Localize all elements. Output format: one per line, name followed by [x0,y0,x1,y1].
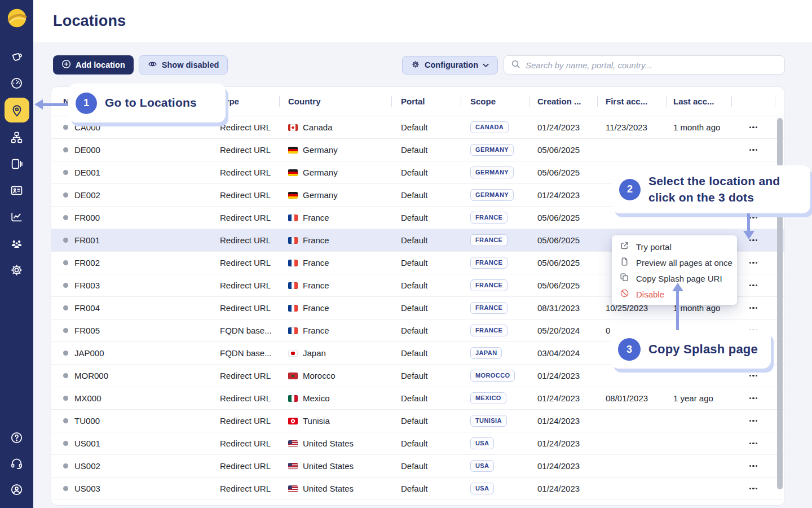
account-icon[interactable] [5,478,29,501]
location-pin-icon[interactable] [5,98,29,122]
portal-name: Default [391,274,461,296]
portal-name: Default [391,478,461,500]
last-access [666,500,731,506]
gauge-icon[interactable] [5,71,29,95]
table-row[interactable]: US003 Redirect URL United States Default… [51,478,784,500]
creation-date: 05/06/2025 [529,274,597,296]
country-name: France [303,258,329,268]
row-actions-button[interactable] [747,462,760,470]
column-header-scope: Scope [461,87,529,116]
row-actions-button[interactable] [747,259,760,267]
eye-icon [148,59,157,71]
status-dot [63,283,68,288]
table-row[interactable]: US002 Redirect URL United States Default… [51,455,784,478]
table-row[interactable]: DE000 Redirect URL Germany Default GERMA… [51,139,784,161]
scope-badge: CANADA [470,121,509,133]
search-input[interactable] [526,60,778,70]
first-access-date [597,500,666,506]
scope-badge: MEXICO [470,392,506,404]
settings-gear-icon[interactable] [5,258,29,282]
scope-badge: FRANCE [470,234,508,246]
row-actions-button[interactable] [747,304,760,312]
mug-icon[interactable] [5,45,29,68]
config-gear-icon [411,60,420,71]
row-actions-button[interactable] [747,146,760,154]
scope-badge: JAPAN [470,347,502,359]
location-type: Redirect URL [211,478,279,500]
callout-text: Go to Locations [105,95,197,111]
location-type: Redirect URL [211,387,279,409]
location-name: FR002 [74,258,100,268]
creation-date: 03/04/2024 [529,342,597,364]
contact-card-icon[interactable] [5,178,29,202]
row-actions-button[interactable] [747,371,760,380]
location-name: US002 [74,461,100,471]
status-dot [63,125,68,130]
location-type [211,500,279,506]
portal-name: Default [391,319,461,341]
row-actions-button[interactable] [747,123,760,132]
first-access-date [597,139,666,161]
page-title: Locations [53,12,126,30]
country-name: United States [303,439,354,448]
show-disabled-label: Show disabled [162,60,219,69]
callout-step-1: 1 Go to Locations [68,84,226,122]
menu-item-preview-all-pages[interactable]: Preview all pages at once [612,255,737,270]
portal-name: Default [391,410,461,432]
location-type: Redirect URL [211,432,279,454]
headset-icon[interactable] [5,452,29,475]
callout-number: 2 [619,179,641,200]
portal-name: Default [391,161,461,183]
location-name: DE001 [74,168,100,177]
pages-icon[interactable] [5,152,29,176]
last-access [666,432,731,454]
location-type: Redirect URL [211,297,279,319]
creation-date: 05/20/2024 [529,319,597,341]
add-location-button[interactable]: Add location [53,55,134,75]
help-icon[interactable] [5,426,29,449]
chart-icon[interactable] [5,205,29,229]
sidebar-nav [5,45,29,282]
creation-date: 01/24/2023 [529,432,597,454]
row-actions-button[interactable] [747,439,760,448]
status-dot [63,373,68,378]
creation-date: 01/24/2023 [529,116,597,138]
row-actions-button[interactable] [747,281,760,290]
document-icon [620,257,629,268]
portal-name: Default [391,229,461,251]
page-header: Locations [33,0,812,42]
location-name: FR003 [74,281,100,290]
row-context-menu: Try portal Preview all pages at once Cop… [612,235,737,305]
row-actions-button[interactable] [747,394,760,402]
status-dot [63,486,68,491]
scope-badge: FRANCE [470,325,508,336]
creation-date: 05/06/2025 [529,229,597,251]
sitemap-icon[interactable] [5,125,29,149]
scope-badge: FRANCE [470,257,508,269]
table-row[interactable]: MX000 Redirect URL Mexico Default MEXICO… [51,387,784,410]
copy-icon [620,273,629,284]
column-header-actions [731,87,775,116]
creation-date: 01/24/2023 [529,455,597,477]
column-header-first-access: First acc... [597,87,666,116]
creation-date: 05/06/2025 [529,161,597,183]
portal-name: Default [391,139,461,161]
show-disabled-button[interactable]: Show disabled [139,55,228,75]
portal-name: Default [391,455,461,477]
status-dot [63,170,68,175]
location-type: Redirect URL [211,229,279,251]
status-dot [63,260,68,265]
users-icon[interactable] [5,231,29,255]
table-row[interactable]: TU000 Redirect URL Tunisia Default TUNIS… [51,410,784,432]
location-name: DE002 [74,190,100,200]
menu-item-try-portal[interactable]: Try portal [612,239,737,255]
table-row[interactable]: USA [51,500,784,506]
row-actions-button[interactable] [747,417,760,425]
location-name: FR004 [74,303,100,313]
country-name: Mexico [303,393,330,403]
country-name: France [303,235,329,245]
table-row[interactable]: US001 Redirect URL United States Default… [51,432,784,455]
configuration-button[interactable]: Configuration [402,56,498,75]
row-actions-button[interactable] [747,484,760,493]
first-access-date [597,432,666,454]
